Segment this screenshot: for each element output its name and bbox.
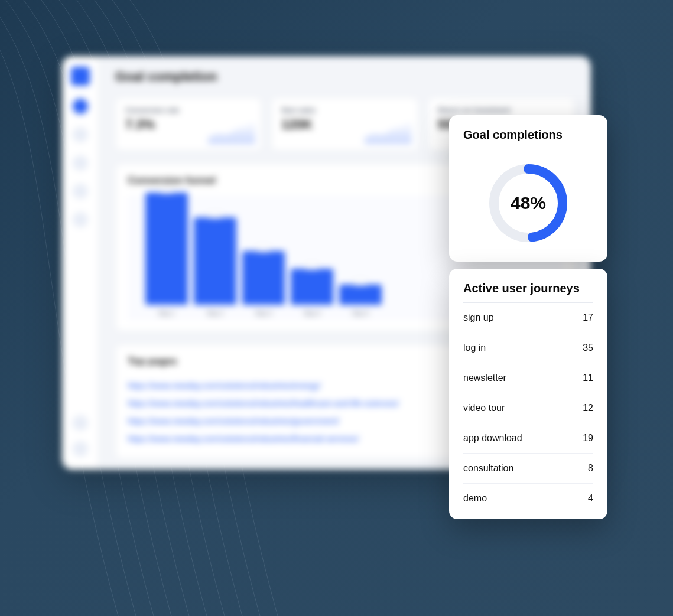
active-journeys-card: Active user journeys sign up17log in35ne… [449,269,607,519]
funnel-bar-label: Step 3 [255,310,272,317]
nav-item-3-icon[interactable] [73,155,88,171]
journey-value: 4 [588,493,593,504]
kpi-label: Conversion rate [125,106,252,115]
funnel-bar-label: Step 1 [158,310,175,317]
nav-item-5-icon[interactable] [73,212,88,227]
kpi-label: Return on investment [438,106,564,115]
card-title: Active user journeys [463,282,593,303]
funnel-bar: Step 5 [339,285,382,305]
journey-value: 12 [583,403,593,413]
journey-value: 17 [583,312,593,323]
kpi-card: New sales 120K [271,97,418,151]
donut-percent-label: 48% [486,161,570,245]
sidebar [62,56,99,470]
journey-name: consultation [463,463,513,474]
journey-name: app download [463,433,522,444]
journey-name: newsletter [463,373,506,383]
journey-row: sign up17 [463,303,593,333]
theme-toggle-icon[interactable] [73,415,88,431]
journey-name: video tour [463,403,505,413]
funnel-bar: Step 1 [145,193,188,305]
app-logo [71,67,90,86]
funnel-bar-label: Step 4 [304,310,321,317]
journey-name: demo [463,493,487,504]
page-title: Goal completion [115,69,574,84]
journey-row: video tour12 [463,393,593,423]
funnel-bar: Step 4 [291,269,333,305]
kpi-value: 7.3% [125,117,252,132]
journey-value: 19 [583,433,593,444]
kpi-card: Conversion rate 7.3% [115,97,262,151]
journey-value: 11 [583,373,593,383]
card-title: Goal completions [463,128,593,149]
journey-row: app download19 [463,423,593,454]
kpi-value: 120K [281,117,408,132]
donut-chart: 48% [463,149,593,249]
journey-row: log in35 [463,333,593,363]
nav-item-home-icon[interactable] [73,99,88,114]
nav-item-4-icon[interactable] [73,184,88,199]
kpi-label: New sales [281,106,408,115]
journey-row: demo4 [463,484,593,513]
journey-value: 35 [583,343,593,353]
funnel-bar-label: Step 5 [352,310,369,317]
journey-value: 8 [588,463,593,474]
funnel-bar: Step 2 [194,217,236,305]
journey-name: sign up [463,312,494,323]
goal-completions-card: Goal completions 48% [449,115,607,262]
journey-row: newsletter11 [463,363,593,393]
funnel-bar: Step 3 [242,251,285,305]
share-icon[interactable] [73,441,88,457]
journey-row: consultation8 [463,454,593,484]
funnel-bar-label: Step 2 [207,310,224,317]
journey-name: log in [463,343,486,353]
nav-item-2-icon[interactable] [73,127,88,142]
